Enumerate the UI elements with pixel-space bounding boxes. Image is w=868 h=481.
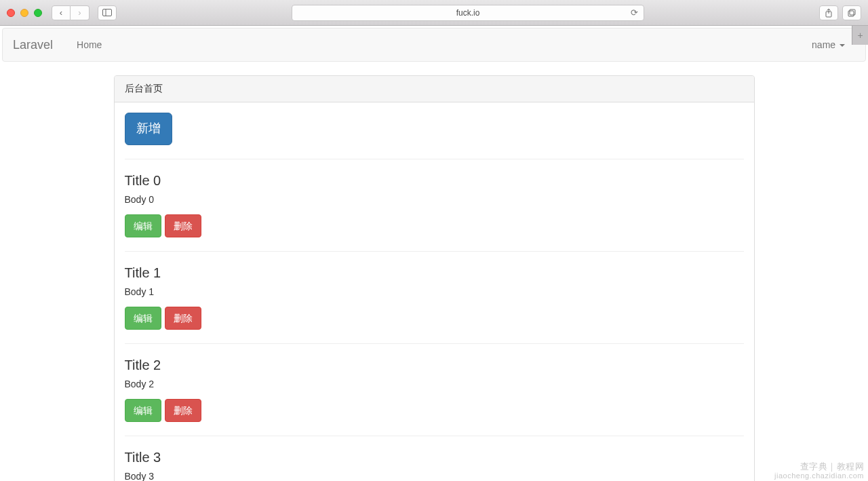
add-button[interactable]: 新增 [125, 113, 172, 145]
delete-button[interactable]: 删除 [165, 307, 201, 330]
user-dropdown-toggle[interactable]: name [802, 29, 855, 60]
back-button[interactable]: ‹ [52, 5, 71, 20]
brand-link[interactable]: Laravel [13, 38, 66, 52]
divider [125, 251, 744, 252]
share-button[interactable] [819, 5, 838, 20]
article-body: Body 1 [125, 286, 744, 297]
forward-button[interactable]: › [71, 5, 90, 20]
history-nav: ‹ › [52, 5, 90, 20]
divider [125, 436, 744, 436]
watermark: 查字典｜教程网 jiaocheng.chazidian.com [774, 462, 864, 480]
article-item: Title 3Body 3编辑删除 [125, 450, 744, 481]
article-actions: 编辑删除 [125, 399, 744, 422]
article-title: Title 1 [125, 265, 744, 281]
article-body: Body 3 [125, 471, 744, 481]
caret-down-icon [840, 44, 845, 47]
url-text: fuck.io [456, 8, 480, 18]
edit-button[interactable]: 编辑 [125, 307, 161, 330]
svg-rect-0 [103, 9, 112, 16]
browser-toolbar: ‹ › fuck.io ⟳ [0, 0, 868, 26]
address-bar[interactable]: fuck.io ⟳ [292, 5, 644, 21]
user-label: name [812, 39, 835, 50]
edit-button[interactable]: 编辑 [125, 399, 161, 422]
watermark-en: jiaocheng.chazidian.com [774, 472, 864, 480]
article-title: Title 3 [125, 450, 744, 465]
share-icon [824, 8, 833, 18]
maximize-window-icon[interactable] [34, 9, 42, 17]
svg-rect-4 [848, 11, 854, 16]
window-controls [7, 9, 42, 17]
article-title: Title 0 [125, 173, 744, 189]
divider [125, 159, 744, 159]
article-item: Title 1Body 1编辑删除 [125, 265, 744, 330]
tabs-button[interactable] [842, 5, 861, 20]
reload-icon[interactable]: ⟳ [631, 7, 638, 18]
nav-home-link[interactable]: Home [66, 29, 112, 60]
delete-button[interactable]: 删除 [165, 214, 201, 237]
tabs-icon [847, 8, 856, 18]
chevron-right-icon: › [78, 7, 81, 18]
svg-rect-5 [850, 9, 855, 15]
delete-button[interactable]: 删除 [165, 399, 201, 422]
article-actions: 编辑删除 [125, 307, 744, 330]
toolbar-right [819, 5, 861, 20]
edit-button[interactable]: 编辑 [125, 214, 161, 237]
minimize-window-icon[interactable] [20, 9, 28, 17]
article-item: Title 2Body 2编辑删除 [125, 358, 744, 422]
panel-heading: 后台首页 [115, 76, 754, 102]
article-body: Body 0 [125, 194, 744, 205]
article-item: Title 0Body 0编辑删除 [125, 173, 744, 237]
close-window-icon[interactable] [7, 9, 15, 17]
new-tab-button[interactable]: + [852, 26, 868, 45]
watermark-cn: 查字典｜教程网 [774, 462, 864, 472]
main-container: 后台首页 新增 Title 0Body 0编辑删除Title 1Body 1编辑… [114, 75, 755, 481]
chevron-left-icon: ‹ [60, 7, 62, 18]
nav-left: Home [66, 29, 112, 60]
plus-icon: + [857, 30, 863, 41]
divider [125, 343, 744, 344]
article-title: Title 2 [125, 358, 744, 373]
app-navbar: Laravel Home name [2, 28, 866, 62]
sidebar-toggle-button[interactable] [98, 5, 117, 20]
article-body: Body 2 [125, 379, 744, 389]
nav-right: name [802, 29, 855, 60]
article-actions: 编辑删除 [125, 214, 744, 237]
sidebar-icon [102, 9, 112, 16]
admin-panel: 后台首页 新增 Title 0Body 0编辑删除Title 1Body 1编辑… [114, 75, 755, 481]
panel-body: 新增 Title 0Body 0编辑删除Title 1Body 1编辑删除Tit… [115, 102, 754, 481]
